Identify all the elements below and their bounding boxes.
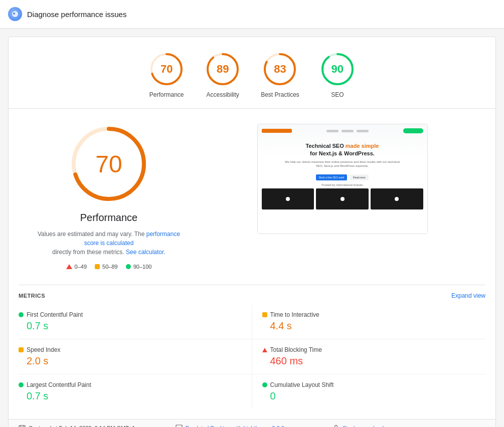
green-indicator [126,264,131,269]
metric-fcp: First Contentful Paint 0.7 s [19,304,252,339]
calendar-icon [19,424,26,427]
metrics-title: METRICS [19,293,45,299]
emulated-link[interactable]: Emulated Desktop with Lighthouse 9.6.6 [186,425,284,427]
tbt-name: Total Blocking Time [270,346,322,353]
score-value-2: 83 [274,63,286,76]
user-icon [332,424,340,427]
lcp-indicator [19,382,24,387]
performance-panel: 70 Performance Values are estimated and … [29,124,189,270]
svg-point-0 [12,11,18,17]
legend-green: 90–100 [126,264,152,270]
si-indicator [19,347,24,352]
page-title: Diagnose performance issues [27,10,126,19]
score-label-0: Performance [149,91,184,98]
score-circle-0: 70 [148,51,185,87]
big-score-circle: 70 [69,124,149,204]
red-indicator [66,264,72,269]
metrics-grid: First Contentful Paint 0.7 s Time to Int… [19,304,485,409]
metric-cls: Cumulative Layout Shift 0 [252,374,486,409]
metric-tbt: Total Blocking Time 460 ms [252,339,486,374]
orange-indicator [95,264,100,269]
lcp-value: 0.7 s [19,390,242,402]
footer-emulated: Emulated Desktop with Lighthouse 9.6.6 [176,424,328,427]
calculator-link[interactable]: See calculator. [126,249,165,256]
svg-rect-16 [176,425,182,427]
footer-single-page: Single page load [332,424,485,427]
si-name: Speed Index [27,346,60,353]
score-item-accessibility: 89 Accessibility [205,51,241,98]
score-item-performance: 70 Performance [148,51,185,98]
fcp-indicator [19,312,24,317]
tti-name: Time to Interactive [270,311,319,318]
content-area: 70 Performance Values are estimated and … [9,109,495,285]
desktop-icon [176,424,183,427]
performance-title: Performance [80,212,138,224]
score-circle-2: 83 [262,51,298,87]
main-card: 70 Performance 89 Accessibility 83 Best … [8,37,496,427]
metric-tti: Time to Interactive 4.4 s [252,304,486,339]
score-label-3: SEO [331,91,344,98]
app-icon [8,7,22,21]
tbt-indicator [262,348,267,352]
metrics-header: METRICS Expand view [19,285,485,304]
si-value: 2.0 s [19,355,242,367]
score-value-0: 70 [160,63,173,76]
tti-value: 4.4 s [262,320,482,332]
legend-row: 0–49 50–89 90–100 [66,264,152,270]
expand-view-link[interactable]: Expand view [451,292,485,299]
metric-si: Speed Index 2.0 s [19,339,252,374]
legend-red: 0–49 [66,264,87,270]
single-page-link[interactable]: Single page load [343,425,384,427]
scores-row: 70 Performance 89 Accessibility 83 Best … [9,37,495,109]
metric-lcp: Largest Contentful Paint 0.7 s [19,374,252,409]
footer-captured: Captured at Feb 14, 2023, 6:14 PM GMT+1 [19,424,172,427]
score-item-best-practices: 83 Best Practices [261,51,299,98]
app-header: Diagnose performance issues [0,0,504,29]
performance-description: Values are estimated and may vary. The p… [34,230,184,257]
screenshot-panel: Technical SEO made simplefor Next.js & W… [209,124,475,234]
cls-name: Cumulative Layout Shift [270,381,334,388]
page-screenshot: Technical SEO made simplefor Next.js & W… [257,124,428,234]
metrics-section: METRICS Expand view First Contentful Pai… [9,285,495,419]
score-circle-1: 89 [205,51,241,87]
legend-orange: 50–89 [95,264,118,270]
footer-bar: Captured at Feb 14, 2023, 6:14 PM GMT+1 … [9,419,495,427]
fcp-name: First Contentful Paint [27,311,83,318]
score-label-2: Best Practices [261,91,299,98]
cls-value: 0 [262,390,482,402]
fcp-value: 0.7 s [19,320,242,332]
cls-indicator [262,382,267,387]
lcp-name: Largest Contentful Paint [27,381,91,388]
score-item-seo: 90 SEO [319,51,356,98]
score-circle-3: 90 [319,51,356,87]
tbt-value: 460 ms [262,355,482,367]
tti-indicator [262,312,267,317]
score-value-1: 89 [217,63,229,76]
svg-point-19 [335,425,338,428]
score-label-1: Accessibility [206,91,239,98]
score-value-3: 90 [331,63,344,76]
svg-point-1 [13,13,15,15]
big-score-value: 70 [95,150,122,178]
